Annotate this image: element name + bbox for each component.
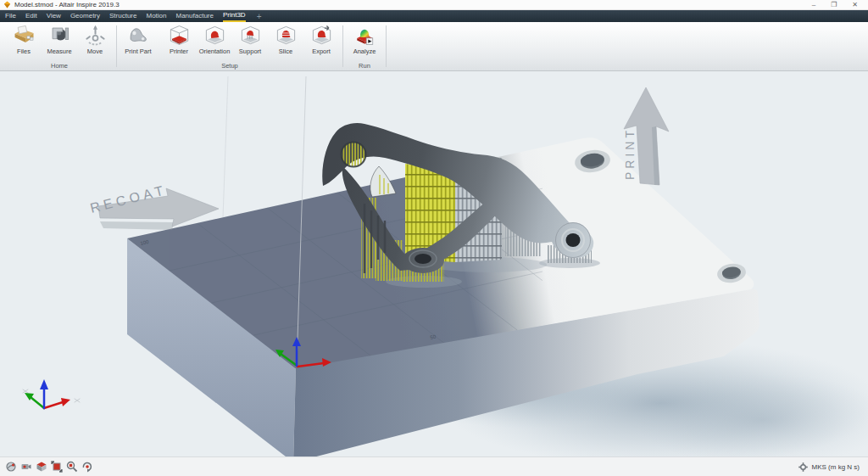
ribbon-separator [116,25,117,67]
maximize-button[interactable]: ❐ [831,1,837,9]
ribbon-separator [386,25,387,67]
ribbon-group-setup: Print Part Printer Orientation [118,24,342,70]
menu-file[interactable]: File [5,10,16,22]
ribbon-separator [342,25,343,67]
part-ring-hole [342,143,366,167]
view-home-icon [5,461,17,473]
print-label: PRINT [623,127,637,180]
window-title: Model.stmod - Altair Inspire 2019.3 [14,0,120,10]
fit-view-icon [51,461,63,473]
rotate-view-button[interactable] [81,461,93,473]
files-icon [13,24,36,47]
ribbon-toolbar: Files Measure [0,22,868,71]
iso-view-icon [36,461,47,473]
close-button[interactable]: ✕ [852,1,858,9]
ribbon-group-label-run: Run [348,61,381,70]
measure-button[interactable]: Measure [42,24,76,55]
menu-bar: File Edit View Geometry Structure Motion… [0,10,868,22]
rotate-view-icon [81,461,93,473]
app-logo-icon [3,1,11,8]
measure-icon [48,24,71,47]
menu-motion[interactable]: Motion [146,10,166,22]
export-button[interactable]: Export [304,24,338,55]
menu-add-tab-button[interactable]: + [257,12,262,21]
ribbon-group-label-home: Home [7,61,112,70]
support-button[interactable]: Support [233,24,267,55]
fit-view-button[interactable] [51,461,63,473]
orientation-icon [203,24,226,47]
menu-edit[interactable]: Edit [25,10,37,22]
analyze-icon [353,24,376,47]
camera-icon [20,461,32,473]
support-icon [239,24,262,47]
orientation-button[interactable]: Orientation [198,24,231,55]
menu-geometry[interactable]: Geometry [70,10,100,22]
units-selector[interactable]: MKS (m kg N s) [812,463,860,471]
move-icon [84,24,107,47]
ribbon-group-home: Files Measure [3,24,115,70]
printer-icon [168,24,191,47]
view-home-button[interactable] [5,461,17,473]
slice-icon [275,24,298,47]
ribbon-group-run: Analyze Run [344,24,385,70]
view-camera-button[interactable] [20,461,32,473]
status-bar: MKS (m kg N s) [0,456,868,476]
3d-viewport[interactable]: 100 50 RECOAT PRINT [0,71,868,456]
move-button[interactable]: Move [78,24,112,55]
files-button[interactable]: Files [7,24,41,55]
print-part-button[interactable]: Print Part [121,24,155,55]
3d-scene: 100 50 RECOAT PRINT [0,71,868,456]
printer-button[interactable]: Printer [162,24,196,55]
ribbon-group-label-setup: Setup [121,61,338,70]
iso-view-button[interactable] [36,461,47,473]
zoom-icon [66,461,78,473]
menu-manufacture[interactable]: Manufacture [176,10,214,22]
title-bar: Model.stmod - Altair Inspire 2019.3 – ❐ … [0,0,868,10]
slice-button[interactable]: Slice [269,24,303,55]
zoom-area-button[interactable] [66,461,78,473]
print-part-icon [127,24,150,47]
ribbon-empty-area [387,24,865,70]
menu-print3d[interactable]: Print3D [223,10,246,22]
menu-view[interactable]: View [47,10,61,22]
analyze-button[interactable]: Analyze [348,24,381,55]
menu-structure[interactable]: Structure [109,10,136,22]
minimize-button[interactable]: – [812,1,815,9]
export-icon [310,24,333,47]
units-gear-icon [798,462,808,472]
